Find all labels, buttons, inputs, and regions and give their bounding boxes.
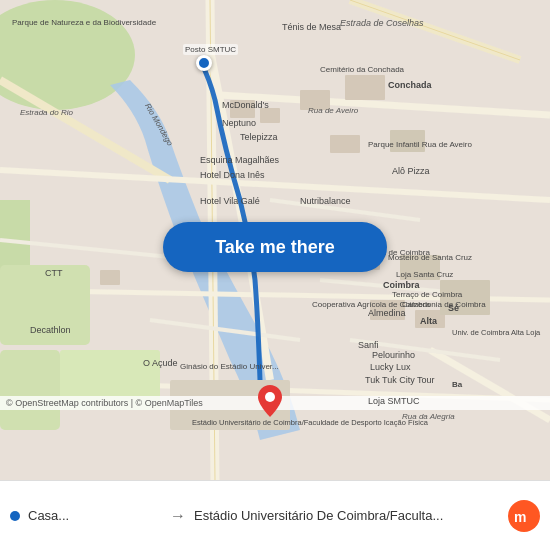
univ-loja-label: Univ. de Coimbra Alta Loja (452, 328, 522, 337)
almedina-label: Almedina (368, 308, 406, 318)
coselhas-label: Estrada de Coselhas (340, 18, 424, 28)
svg-text:m: m (514, 509, 526, 524)
tuk-label: Tuk Tuk City Tour (365, 375, 435, 385)
pelourinho-label: Pelourinho (372, 350, 415, 360)
ctt-label: CTT (45, 268, 63, 278)
estadio-label: Estádio Universitário de Coimbra/Faculda… (192, 418, 332, 428)
lucky-label: Lucky Lux (370, 362, 411, 372)
svg-rect-7 (260, 108, 280, 123)
hotel-dona-label: Hotel Dona Inês (200, 170, 265, 180)
aveiro-label: Rua de Aveiro (308, 106, 358, 115)
esquina-label: Esquina Magalhães (200, 155, 279, 165)
cemiterio-label: Cemitério da Conchada (320, 65, 404, 74)
moovit-logo-circle: m (508, 500, 540, 532)
origin-marker (196, 55, 212, 71)
destination-marker (258, 385, 282, 417)
origin-text: Casa... (28, 508, 69, 523)
se-label: Sé (448, 303, 459, 313)
park-label: Parque de Natureza e da Biodiversidade (12, 18, 92, 28)
svg-rect-19 (100, 270, 120, 285)
svg-point-20 (265, 392, 275, 402)
neptuno-label: Neptuno (222, 118, 256, 128)
origin-dot (10, 511, 20, 521)
nutri-label: Nutribalance (300, 196, 351, 206)
decathlon-label: Decathlon (30, 325, 71, 335)
acude-label: O Açude (143, 358, 178, 368)
alo-pizza-label: Alô Pizza (392, 166, 430, 176)
terraco-label: Terraço de Coimbra (392, 290, 462, 299)
take-me-there-button[interactable]: Take me there (163, 222, 387, 272)
mcdonalds-label: McDonald's (222, 100, 269, 110)
origin-section: Casa... (10, 508, 162, 523)
moovit-logo: m (508, 500, 540, 532)
copyright-text: © OpenStreetMap contributors | © OpenMap… (6, 398, 203, 408)
map-container: Parque de Natureza e da Biodiversidade T… (0, 0, 550, 480)
svg-rect-11 (330, 135, 360, 153)
arrow-icon: → (170, 507, 186, 525)
loja-smtuc-label: Loja SMTUC (368, 396, 420, 406)
alta-label: Alta (420, 316, 437, 326)
mosteiro-label: Mosteiro de Santa Cruz (388, 253, 472, 262)
bottom-bar: Casa... → Estádio Universitário De Coimb… (0, 480, 550, 550)
posto-label: Posto SMTUC (183, 44, 238, 55)
svg-rect-9 (345, 75, 385, 100)
parque-infantil-label: Parque Infantil Rua de Aveiro (368, 140, 472, 149)
ba-label: Ba (452, 380, 462, 389)
destination-text: Estádio Universitário De Coimbra/Faculta… (194, 508, 443, 523)
calzedonia-label: Calzedonia de Coimbra (402, 300, 486, 309)
sanfi-label: Sanfi (358, 340, 379, 350)
loja-santa-label: Loja Santa Cruz (396, 270, 453, 279)
ginasio-label: Ginásio do Estádio Univer... (180, 362, 279, 371)
destination-section: Estádio Universitário De Coimbra/Faculta… (194, 508, 498, 523)
conchada-label: Conchada (388, 80, 432, 90)
tenis-label: Ténis de Mesa (282, 22, 341, 32)
svg-rect-4 (0, 350, 60, 430)
hotel-vila-label: Hotel Vila Galé (200, 196, 260, 206)
telepizza-label: Telepizza (240, 132, 278, 142)
coimbra-label: Coimbra (383, 280, 420, 290)
rio-label: Estrada do Rio (20, 108, 73, 117)
